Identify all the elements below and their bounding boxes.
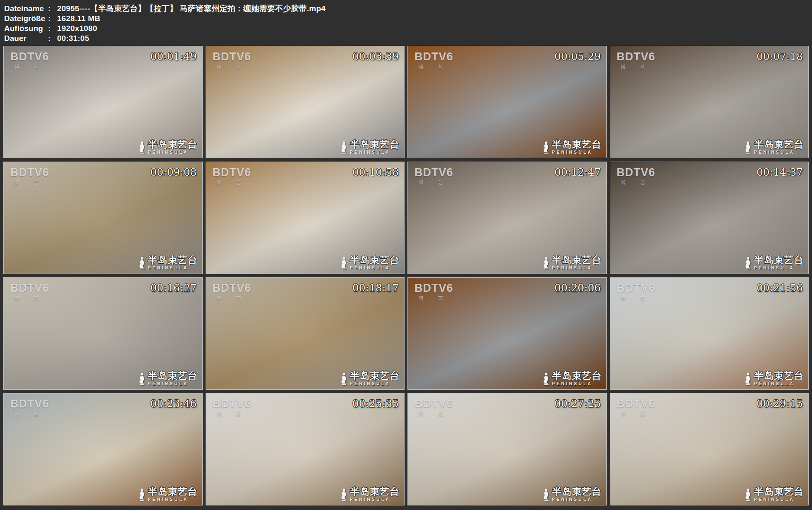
studio-watermark: 半岛束艺台 PENINSULA [542, 369, 602, 386]
channel-logo-watermark: BDTV6 缚 艺 [617, 282, 656, 302]
bdtv6-logo-text: BDTV6 [10, 282, 49, 295]
kneeling-figure-icon [542, 141, 551, 155]
kneeling-figure-icon [340, 372, 349, 386]
studio-watermark: 半岛束艺台 PENINSULA [138, 138, 198, 155]
studio-name-cn: 半岛束艺台 [552, 254, 602, 267]
separator: : [48, 4, 57, 13]
timestamp-overlay: 00:20:06 [554, 282, 601, 294]
video-thumbnail: BDTV6 缚 艺 00:10:58 半岛束艺台 PENINSULA [206, 162, 405, 274]
metadata-row-duration: Dauer:00:31:05 [4, 33, 809, 43]
studio-name-cn: 半岛束艺台 [552, 138, 602, 151]
bdtv6-logo-subtext: 缚 艺 [14, 295, 49, 302]
bdtv6-logo-text: BDTV6 [10, 166, 49, 179]
bdtv6-logo-subtext: 缚 艺 [14, 64, 49, 71]
bdtv6-logo-text: BDTV6 [414, 282, 453, 295]
kneeling-figure-icon [542, 488, 551, 502]
studio-watermark: 半岛束艺台 PENINSULA [744, 254, 804, 270]
kneeling-figure-icon [138, 141, 147, 155]
studio-watermark: 半岛束艺台 PENINSULA [340, 138, 400, 155]
bdtv6-logo-subtext: 缚 艺 [621, 64, 656, 71]
separator: : [48, 24, 57, 33]
video-thumbnail: BDTV6 缚 艺 00:21:56 半岛束艺台 PENINSULA [610, 277, 809, 390]
resolution-value: 1920x1080 [57, 24, 97, 33]
bdtv6-logo-text: BDTV6 [213, 166, 252, 179]
metadata-row-filename: Dateiname:20955----【半岛束艺台】【拉丁】 马萨诸塞州定拍：缠… [4, 4, 809, 14]
bdtv6-logo-text: BDTV6 [414, 398, 453, 410]
channel-logo-watermark: BDTV6 缚 艺 [617, 50, 656, 71]
kneeling-figure-icon [542, 256, 551, 270]
studio-watermark: 半岛束艺台 PENINSULA [744, 138, 804, 155]
timestamp-overlay: 00:10:58 [352, 166, 399, 178]
studio-name-cn: 半岛束艺台 [148, 485, 198, 498]
timestamp-overlay: 00:21:56 [757, 282, 803, 294]
bdtv6-logo-subtext: 缚 艺 [217, 64, 252, 71]
kneeling-figure-icon [340, 488, 349, 502]
studio-name-cn: 半岛束艺台 [350, 138, 400, 151]
studio-name-cn: 半岛束艺台 [754, 138, 804, 151]
kneeling-figure-icon [340, 141, 349, 155]
filename-value: 20955----【半岛束艺台】【拉丁】 马萨诸塞州定拍：缠她需要不少胶带.mp… [57, 4, 326, 13]
bdtv6-logo-subtext: 缚 艺 [419, 295, 453, 302]
studio-name-cn: 半岛束艺台 [148, 138, 198, 151]
kneeling-figure-icon [138, 488, 147, 502]
kneeling-figure-icon [744, 256, 753, 270]
video-thumbnail: BDTV6 缚 艺 00:16:27 半岛束艺台 PENINSULA [3, 277, 203, 390]
studio-watermark: 半岛束艺台 PENINSULA [744, 369, 804, 386]
studio-watermark: 半岛束艺台 PENINSULA [340, 369, 400, 386]
channel-logo-watermark: BDTV6 缚 艺 [414, 398, 453, 418]
bdtv6-logo-text: BDTV6 [617, 50, 656, 63]
channel-logo-watermark: BDTV6 缚 艺 [213, 50, 252, 71]
bdtv6-logo-subtext: 缚 艺 [621, 295, 656, 302]
bdtv6-logo-text: BDTV6 [414, 166, 453, 179]
timestamp-overlay: 00:18:17 [352, 282, 399, 294]
timestamp-overlay: 00:16:27 [150, 282, 196, 294]
kneeling-figure-icon [744, 141, 753, 155]
channel-logo-watermark: BDTV6 缚 艺 [414, 282, 453, 302]
video-thumbnail: BDTV6 缚 艺 00:23:46 半岛束艺台 PENINSULA [3, 393, 203, 505]
video-thumbnail: BDTV6 缚 艺 00:03:39 半岛束艺台 PENINSULA [206, 46, 405, 158]
video-thumbnail: BDTV6 缚 艺 00:25:35 半岛束艺台 PENINSULA [206, 393, 405, 505]
timestamp-overlay: 00:01:49 [150, 50, 196, 62]
timestamp-overlay: 00:12:47 [554, 166, 601, 178]
studio-name-cn: 半岛束艺台 [148, 369, 198, 382]
duration-label: Dauer [4, 33, 48, 43]
video-thumbnail: BDTV6 缚 艺 00:18:17 半岛束艺台 PENINSULA [206, 277, 405, 390]
separator: : [48, 14, 57, 23]
video-thumbnail: BDTV6 缚 艺 00:09:08 半岛束艺台 PENINSULA [3, 162, 203, 274]
kneeling-figure-icon [340, 256, 349, 270]
kneeling-figure-icon [542, 372, 551, 386]
bdtv6-logo-subtext: 缚 艺 [621, 411, 656, 418]
studio-name-cn: 半岛束艺台 [552, 369, 602, 382]
channel-logo-watermark: BDTV6 缚 艺 [10, 282, 49, 302]
video-thumbnail: BDTV6 缚 艺 00:07:18 半岛束艺台 PENINSULA [610, 46, 809, 158]
bdtv6-logo-text: BDTV6 [213, 398, 252, 410]
studio-name-cn: 半岛束艺台 [350, 369, 400, 382]
filesize-value: 1628.11 MB [57, 14, 100, 23]
timestamp-overlay: 00:25:35 [352, 398, 399, 410]
bdtv6-logo-text: BDTV6 [617, 282, 656, 295]
channel-logo-watermark: BDTV6 缚 艺 [213, 166, 252, 186]
bdtv6-logo-text: BDTV6 [10, 398, 49, 410]
kneeling-figure-icon [744, 372, 753, 386]
timestamp-overlay: 00:29:15 [757, 398, 803, 410]
bdtv6-logo-subtext: 缚 艺 [419, 411, 453, 418]
channel-logo-watermark: BDTV6 缚 艺 [617, 398, 656, 418]
channel-logo-watermark: BDTV6 缚 艺 [414, 50, 453, 71]
studio-watermark: 半岛束艺台 PENINSULA [138, 369, 198, 386]
metadata-row-filesize: Dateigröße:1628.11 MB [4, 14, 809, 24]
duration-value: 00:31:05 [57, 34, 89, 43]
filename-label: Dateiname [4, 4, 48, 13]
kneeling-figure-icon [138, 256, 147, 270]
bdtv6-logo-text: BDTV6 [617, 166, 656, 179]
bdtv6-logo-text: BDTV6 [213, 282, 252, 295]
studio-watermark: 半岛束艺台 PENINSULA [340, 254, 400, 270]
video-thumbnail: BDTV6 缚 艺 00:27:25 半岛束艺台 PENINSULA [407, 393, 607, 505]
studio-name-cn: 半岛束艺台 [754, 369, 804, 382]
bdtv6-logo-subtext: 缚 艺 [217, 411, 252, 418]
studio-watermark: 半岛束艺台 PENINSULA [138, 254, 198, 270]
timestamp-overlay: 00:23:46 [150, 398, 196, 410]
studio-name-cn: 半岛束艺台 [350, 485, 400, 498]
channel-logo-watermark: BDTV6 缚 艺 [414, 166, 453, 186]
bdtv6-logo-subtext: 缚 艺 [14, 179, 49, 186]
bdtv6-logo-subtext: 缚 艺 [14, 411, 49, 418]
